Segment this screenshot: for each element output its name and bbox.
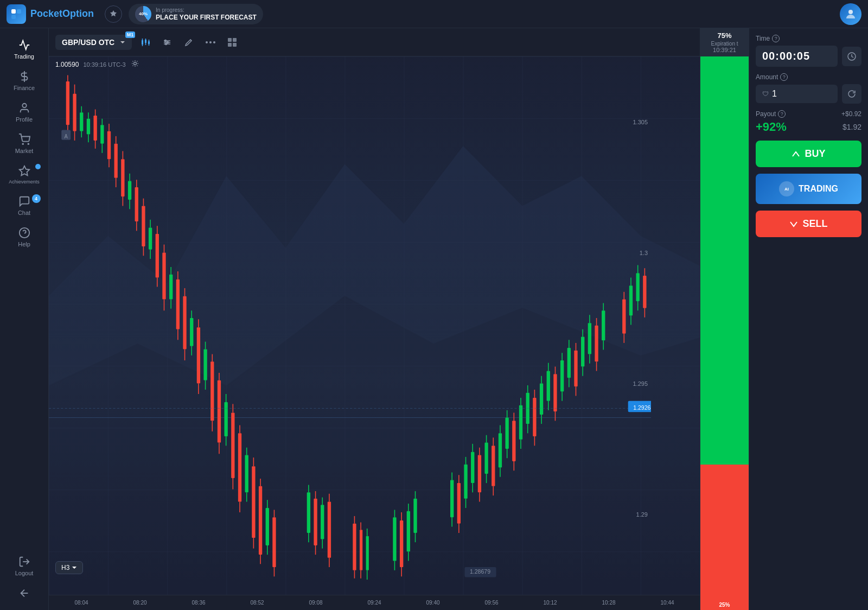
- svg-rect-188: [505, 418, 508, 449]
- sidebar-item-profile[interactable]: Profile: [3, 97, 46, 128]
- sidebar-item-arrow[interactable]: [3, 582, 46, 605]
- sidebar-item-market[interactable]: Market: [3, 128, 46, 160]
- sidebar: Trading Finance Profile Market: [0, 28, 49, 610]
- svg-rect-125: [266, 508, 269, 545]
- buy-button[interactable]: BUY: [756, 141, 861, 167]
- multi-chart-button[interactable]: [224, 34, 240, 50]
- logo-text: PocketOption: [30, 8, 94, 20]
- svg-rect-221: [581, 336, 584, 366]
- current-price: 1.00590: [55, 61, 79, 68]
- progress-circle: 40%: [135, 6, 151, 22]
- svg-rect-50: [93, 116, 97, 141]
- svg-point-30: [213, 41, 215, 43]
- svg-rect-41: [73, 94, 76, 131]
- amount-info-icon[interactable]: ?: [780, 73, 788, 81]
- logo-icon: [7, 4, 26, 24]
- svg-rect-161: [413, 499, 417, 533]
- svg-point-3: [848, 10, 853, 14]
- main-layout: Trading Finance Profile Market: [0, 28, 868, 610]
- svg-rect-149: [366, 536, 369, 570]
- timeframe-badge: M1: [125, 31, 136, 38]
- svg-rect-176: [478, 455, 481, 492]
- svg-rect-122: [259, 486, 262, 555]
- price-label-129: 1.29: [636, 511, 648, 518]
- svg-rect-218: [574, 351, 577, 387]
- price-label-130: 1.3: [640, 250, 648, 256]
- time-display: 00:00:05: [756, 46, 838, 67]
- svg-rect-209: [553, 374, 557, 411]
- payout-values: +92% $1.92: [756, 120, 861, 134]
- sidebar-item-chat[interactable]: 4 Chat: [3, 190, 46, 221]
- chart-info-bar: 1.00590 10:39:16 UTC-3: [49, 59, 146, 70]
- timeframe-selector[interactable]: H3: [55, 561, 83, 574]
- time-label-0940: 09:40: [426, 600, 439, 606]
- svg-rect-164: [450, 480, 454, 517]
- time-input-row: 00:00:05: [756, 46, 861, 67]
- svg-rect-227: [595, 326, 598, 362]
- amount-input-row: 🛡 1: [756, 84, 861, 104]
- chart-canvas[interactable]: 1.29265 A 1.28679 1.305 1.3 1.295 1.29 1…: [49, 56, 700, 595]
- svg-point-29: [209, 41, 212, 43]
- svg-rect-56: [107, 131, 111, 160]
- payout-plus-amount: +$0.92: [841, 110, 861, 118]
- sidebar-item-help[interactable]: Help: [3, 221, 46, 253]
- asset-selector[interactable]: GBP/USD OTC M1: [55, 35, 132, 50]
- sidebar-item-achievements[interactable]: Achievements: [3, 160, 46, 190]
- chart-toolbar: GBP/USD OTC M1: [49, 28, 700, 56]
- svg-rect-167: [457, 483, 461, 524]
- svg-rect-224: [588, 323, 591, 354]
- sidebar-item-logout[interactable]: Logout: [3, 550, 46, 582]
- expiration-bar: 75% Expiration t 10:39:21 25%: [700, 28, 749, 610]
- svg-rect-116: [245, 455, 248, 492]
- svg-rect-131: [307, 492, 310, 533]
- time-label-1044: 10:44: [660, 600, 674, 606]
- svg-rect-134: [314, 499, 317, 545]
- exp-pct-bottom: 25%: [719, 602, 730, 608]
- chart-type-candlestick[interactable]: [137, 34, 154, 50]
- svg-rect-0: [11, 9, 16, 14]
- user-avatar[interactable]: [840, 3, 861, 25]
- svg-rect-119: [252, 466, 255, 538]
- time-label-0956: 09:56: [484, 600, 498, 606]
- settings-gear[interactable]: [130, 59, 140, 70]
- svg-rect-206: [547, 371, 550, 401]
- time-label-0836: 08:36: [192, 600, 205, 606]
- draw-tool-button[interactable]: [181, 34, 197, 50]
- time-label-0852: 08:52: [250, 600, 264, 606]
- svg-rect-98: [203, 349, 207, 380]
- sidebar-item-finance[interactable]: Finance: [3, 65, 46, 97]
- svg-rect-152: [393, 517, 396, 561]
- svg-point-6: [22, 143, 23, 144]
- svg-rect-146: [360, 530, 362, 570]
- svg-rect-19: [148, 41, 150, 44]
- progress-task[interactable]: 40% In progress: PLACE YOUR FIRST FORECA…: [129, 4, 263, 24]
- ai-trading-button[interactable]: AI TRADING: [756, 174, 861, 204]
- svg-rect-212: [560, 360, 564, 391]
- svg-point-25: [165, 40, 167, 41]
- header: PocketOption 40% In progress: PLACE YOUR…: [0, 0, 868, 28]
- svg-rect-74: [149, 228, 152, 250]
- svg-marker-8: [19, 166, 29, 175]
- sidebar-item-trading[interactable]: Trading: [3, 34, 46, 65]
- time-label-1012: 10:12: [543, 600, 557, 606]
- svg-rect-80: [162, 253, 165, 300]
- sell-button[interactable]: SELL: [756, 211, 861, 237]
- chart-settings-button[interactable]: [159, 34, 175, 50]
- favorite-button[interactable]: [105, 5, 122, 23]
- svg-rect-200: [533, 398, 536, 436]
- svg-rect-83: [169, 275, 173, 300]
- svg-rect-47: [87, 119, 90, 135]
- payout-section: Payout ? +$0.92 +92% $1.92: [756, 110, 861, 134]
- more-options-button[interactable]: [202, 38, 219, 47]
- svg-rect-34: [233, 43, 237, 47]
- amount-refresh-button[interactable]: [842, 84, 861, 104]
- time-info-icon[interactable]: ?: [772, 35, 780, 42]
- svg-rect-62: [121, 159, 124, 196]
- svg-text:1.28679: 1.28679: [470, 568, 490, 575]
- svg-rect-33: [228, 43, 232, 47]
- chat-badge: 4: [32, 194, 41, 203]
- payout-info-icon[interactable]: ?: [778, 110, 786, 118]
- svg-rect-1: [17, 9, 21, 14]
- time-label-0908: 09:08: [309, 600, 322, 606]
- time-clock-button[interactable]: [842, 47, 861, 66]
